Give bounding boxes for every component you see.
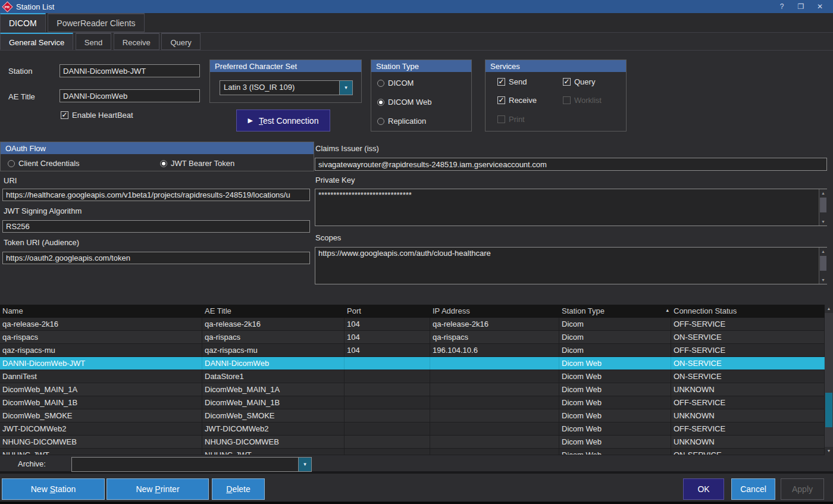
cell-connection-status: OFF-SERVICE <box>671 422 825 435</box>
scroll-down-icon[interactable]: ▼ <box>819 276 827 284</box>
charset-combobox[interactable]: Latin 3 (ISO_IR 109) ▾ <box>220 80 353 95</box>
table-scrollbar[interactable]: ▲ ▼ <box>825 305 833 455</box>
jwt-signing-algorithm-label: JWT Signing Algorithm <box>4 206 82 215</box>
tab-general-service[interactable]: General Service <box>0 33 73 50</box>
ae-title-input[interactable] <box>60 89 200 102</box>
cell-ae-title: DANNI-DicomWeb <box>202 357 345 370</box>
radio-icon <box>377 99 384 106</box>
chevron-down-icon[interactable]: ▾ <box>298 458 311 471</box>
cancel-button[interactable]: Cancel <box>731 478 775 500</box>
service-print-checkbox: Print <box>497 115 525 124</box>
private-key-textarea[interactable]: ******************************* <box>315 189 827 226</box>
private-key-scrollbar[interactable]: ▲ ▼ <box>819 189 827 226</box>
new-printer-button[interactable]: New Printer <box>107 478 209 500</box>
checkbox-icon <box>61 111 68 119</box>
jwt-signing-algorithm-input[interactable] <box>2 220 310 233</box>
cell-ip-address <box>430 409 559 422</box>
cell-ae-title: DicomWeb_MAIN_1B <box>202 396 345 409</box>
help-icon[interactable]: ? <box>774 1 790 12</box>
cell-name: DicomWeb_SMOKE <box>0 409 202 422</box>
cell-station-type: Dicom Web <box>559 422 671 435</box>
table-row[interactable]: DicomWeb_MAIN_1ADicomWeb_MAIN_1ADicom We… <box>0 383 825 396</box>
radio-dicom-web[interactable]: DICOM Web <box>377 98 431 107</box>
table-row[interactable]: qa-rispacsqa-rispacs104qa-rispacsDicomON… <box>0 331 825 344</box>
charset-value: Latin 3 (ISO_IR 109) <box>220 81 339 95</box>
column-header-ip-address[interactable]: IP Address <box>430 305 559 318</box>
table-row[interactable]: DanniTestDataStore1Dicom WebON-SERVICE <box>0 370 825 383</box>
uri-input[interactable] <box>2 189 310 201</box>
radio-replication[interactable]: Replication <box>377 117 426 126</box>
tab-query[interactable]: Query <box>161 33 200 50</box>
table-row[interactable]: qaz-rispacs-muqaz-rispacs-mu104196.104.1… <box>0 344 825 357</box>
claims-issuer-label: Claims Issuer (iss) <box>315 144 379 153</box>
table-header: NameAE TitlePortIP AddressStation Type▴C… <box>0 305 833 318</box>
cell-name: DicomWeb_MAIN_1B <box>0 396 202 409</box>
column-header-port[interactable]: Port <box>345 305 430 318</box>
table-row[interactable]: qa-release-2k16qa-release-2k16104qa-rele… <box>0 318 825 331</box>
table-row[interactable]: NHUNG-DICOMWEBNHUNG-DICOMWEBDicom WebUNK… <box>0 436 825 449</box>
table-row[interactable]: DicomWeb_SMOKEDicomWeb_SMOKEDicom WebUNK… <box>0 409 825 422</box>
service-receive-checkbox[interactable]: Receive <box>497 96 537 105</box>
tab-powerreader-clients[interactable]: PowerReader Clients <box>48 13 144 32</box>
station-input[interactable] <box>60 64 200 77</box>
station-list-window: PR Station List ? ❐ ✕ DICOM PowerReader … <box>0 0 833 504</box>
cell-ae-title: NHUNG-DICOMWEB <box>202 436 345 448</box>
scroll-down-icon[interactable]: ▼ <box>819 218 827 226</box>
table-row[interactable]: DicomWeb_MAIN_1BDicomWeb_MAIN_1BDicom We… <box>0 396 825 409</box>
table-row[interactable]: DANNI-DicomWeb-JWTDANNI-DicomWebDicom We… <box>0 357 825 370</box>
archive-value <box>72 458 298 471</box>
table-row[interactable]: NHUNG-JWTNHUNG-JWTDicom WebON-SERVICE <box>0 449 825 455</box>
cell-connection-status: ON-SERVICE <box>671 370 825 383</box>
scopes-scrollbar[interactable]: ▲ ▼ <box>819 248 827 284</box>
cell-port: 104 <box>345 331 430 343</box>
claims-issuer-input[interactable] <box>315 158 827 171</box>
close-icon[interactable]: ✕ <box>812 1 828 12</box>
tab-send[interactable]: Send <box>76 33 111 50</box>
cell-connection-status: OFF-SERVICE <box>671 344 825 356</box>
cell-ip-address <box>430 370 559 383</box>
cell-station-type: Dicom Web <box>559 383 671 396</box>
tab-dicom[interactable]: DICOM <box>0 13 46 32</box>
table-row[interactable]: JWT-DICOMWeb2JWT-DICOMWeb2Dicom WebOFF-S… <box>0 422 825 436</box>
cell-station-type: Dicom Web <box>559 449 671 455</box>
column-header-name[interactable]: Name <box>0 305 202 318</box>
service-send-checkbox[interactable]: Send <box>497 77 527 86</box>
cell-port <box>345 396 430 409</box>
cell-ip-address: qa-release-2k16 <box>430 318 559 330</box>
scrollbar-thumb[interactable] <box>825 393 832 427</box>
radio-dicom[interactable]: DICOM <box>377 79 414 87</box>
cell-port: 104 <box>345 344 430 356</box>
ok-button[interactable]: OK <box>683 478 724 500</box>
chevron-down-icon[interactable]: ▾ <box>339 81 352 95</box>
tab-receive[interactable]: Receive <box>114 33 159 50</box>
column-header-connection-status[interactable]: Connection Status <box>671 305 825 318</box>
token-uri-input[interactable] <box>2 252 310 264</box>
scopes-textarea[interactable]: https://www.googleapis.com/auth/cloud-he… <box>315 247 827 284</box>
station-type-group-title: Station Type <box>371 60 471 72</box>
scroll-down-icon[interactable]: ▼ <box>825 447 833 455</box>
radio-icon <box>8 160 15 167</box>
scroll-up-icon[interactable]: ▲ <box>819 248 827 255</box>
cell-station-type: Dicom Web <box>559 436 671 448</box>
delete-button[interactable]: Delete <box>212 478 265 500</box>
test-connection-button[interactable]: ▶ Test Connection <box>236 109 330 132</box>
cell-ip-address <box>430 422 559 435</box>
window-title: Station List <box>16 2 54 11</box>
cell-name: NHUNG-DICOMWEB <box>0 436 202 448</box>
column-header-station-type[interactable]: Station Type▴ <box>559 305 671 318</box>
archive-combobox[interactable]: ▾ <box>71 457 312 472</box>
scroll-up-icon[interactable]: ▲ <box>819 189 827 197</box>
main-tab-bar: DICOM PowerReader Clients <box>0 13 833 33</box>
enable-heartbeat-checkbox[interactable]: Enable HeartBeat <box>61 111 133 120</box>
restore-icon[interactable]: ❐ <box>793 1 809 12</box>
column-header-ae-title[interactable]: AE Title <box>202 305 345 318</box>
cell-station-type: Dicom Web <box>559 357 671 370</box>
service-query-checkbox[interactable]: Query <box>563 77 595 86</box>
new-station-button[interactable]: New Station <box>2 478 105 500</box>
cell-port: 104 <box>345 318 430 330</box>
cell-connection-status: OFF-SERVICE <box>671 396 825 409</box>
radio-jwt-bearer-token[interactable]: JWT Bearer Token <box>160 159 234 168</box>
radio-client-credentials[interactable]: Client Credentials <box>8 159 80 168</box>
scroll-up-icon[interactable]: ▲ <box>825 305 833 313</box>
cell-connection-status: UNKNOWN <box>671 383 825 396</box>
